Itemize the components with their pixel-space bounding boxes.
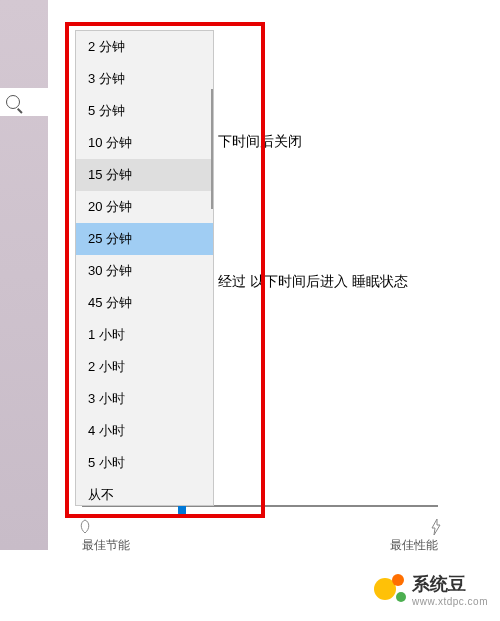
scrollbar-thumb[interactable] <box>211 89 213 209</box>
screen-off-label: 下时间后关闭 <box>218 133 302 151</box>
dropdown-item[interactable]: 10 分钟 <box>76 127 213 159</box>
dropdown-item[interactable]: 5 分钟 <box>76 95 213 127</box>
dropdown-item[interactable]: 20 分钟 <box>76 191 213 223</box>
leaf-icon <box>78 519 92 535</box>
dropdown-item[interactable]: 3 分钟 <box>76 63 213 95</box>
lightning-icon <box>430 519 442 538</box>
time-dropdown-list[interactable]: 2 分钟3 分钟5 分钟10 分钟15 分钟20 分钟25 分钟30 分钟45 … <box>75 30 214 506</box>
dropdown-item[interactable]: 5 小时 <box>76 447 213 479</box>
search-icon <box>6 95 20 109</box>
slider-left-label: 最佳节能 <box>82 537 130 554</box>
dropdown-item[interactable]: 2 小时 <box>76 351 213 383</box>
dropdown-item[interactable]: 1 小时 <box>76 319 213 351</box>
watermark-logo-icon <box>374 574 406 606</box>
dropdown-item[interactable]: 15 分钟 <box>76 159 213 191</box>
dropdown-item[interactable]: 从不 <box>76 479 213 506</box>
slider-right-label: 最佳性能 <box>390 537 438 554</box>
watermark-url: www.xtdpc.com <box>412 596 488 607</box>
dropdown-item[interactable]: 25 分钟 <box>76 223 213 255</box>
dropdown-item[interactable]: 45 分钟 <box>76 287 213 319</box>
dropdown-item[interactable]: 4 小时 <box>76 415 213 447</box>
watermark-name: 系统豆 <box>412 572 488 596</box>
sleep-label: 经过 以下时间后进入 睡眠状态 <box>218 273 408 291</box>
left-panel-strip <box>0 0 48 550</box>
dropdown-item[interactable]: 2 分钟 <box>76 31 213 63</box>
search-input[interactable] <box>0 88 48 116</box>
watermark: 系统豆 www.xtdpc.com <box>374 572 488 607</box>
dropdown-item[interactable]: 3 小时 <box>76 383 213 415</box>
dropdown-item[interactable]: 30 分钟 <box>76 255 213 287</box>
